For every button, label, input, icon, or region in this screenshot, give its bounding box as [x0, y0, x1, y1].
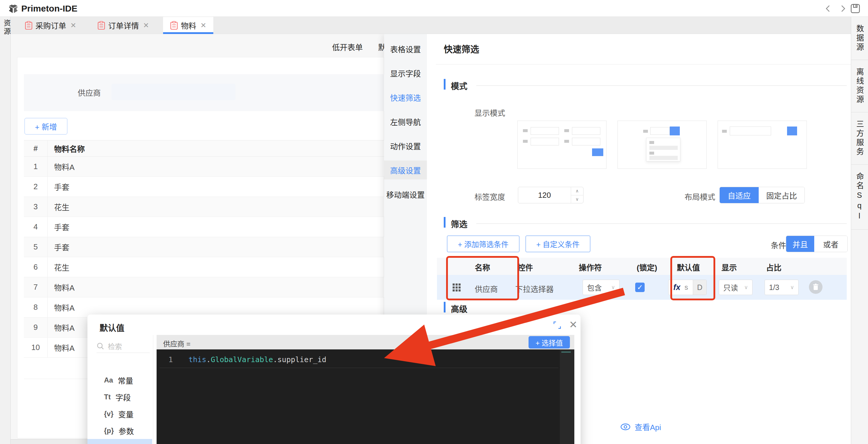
search-placeholder: 检索	[108, 341, 122, 351]
code-token: GlobalVariable	[211, 355, 273, 364]
dialog-sidebar: 检索 Aa常量Tt字段{v}变量{p}参数fx表达式	[88, 335, 153, 444]
settings-menu-item-动作设置[interactable]: 动作设置	[384, 136, 427, 155]
label-width-input[interactable]: 120 ∧ ∨	[518, 187, 584, 203]
side-item-prefix: Tt	[104, 393, 111, 401]
table-row: 1物料A	[24, 157, 384, 177]
s-mode-option[interactable]: s	[685, 283, 688, 292]
filter-header-(锁定): (锁定)	[637, 262, 657, 272]
row-material-name: 物料A	[48, 282, 74, 293]
label-width-value[interactable]: 120	[518, 187, 571, 203]
fullscreen-icon[interactable]	[553, 321, 561, 329]
rail-item-label: 命名Sql	[854, 172, 865, 222]
section-line	[476, 85, 847, 86]
section-bar	[444, 217, 445, 228]
default-value-mode-control[interactable]: fx s D	[668, 279, 707, 295]
toolbar-form-type-label[interactable]: 低开表单	[332, 41, 363, 52]
side-item-label: 表达式	[115, 442, 138, 444]
tab-close-icon[interactable]: ✕	[70, 21, 76, 30]
fx-mode-option[interactable]: fx	[673, 283, 680, 292]
add-filter-condition-button[interactable]: + 添加筛选条件	[447, 236, 519, 252]
select-value-button[interactable]: + 选择值	[529, 336, 570, 349]
toggle-option-或者[interactable]: 或者	[814, 236, 847, 252]
save-icon[interactable]	[850, 4, 860, 13]
table-row: 5手套	[24, 237, 384, 257]
code-line[interactable]: this.GlobalVariable.supplier_id	[188, 355, 327, 364]
tab-close-icon[interactable]: ✕	[143, 21, 149, 30]
section-bar	[444, 302, 445, 313]
row-index: 7	[24, 277, 48, 297]
filter-header-控件: 控件	[518, 262, 533, 272]
label-width-stepper[interactable]: ∧ ∨	[571, 187, 583, 203]
dialog-side-item-表达式[interactable]: fx表达式	[88, 439, 152, 444]
right-rail-item-数据源[interactable]: 数据源	[851, 17, 868, 60]
custom-condition-button[interactable]: + 自定义条件	[526, 236, 590, 252]
tab-close-icon[interactable]: ✕	[200, 21, 206, 30]
row-material-name: 物料A	[48, 322, 74, 333]
side-item-label: 字段	[116, 392, 131, 403]
filter-header-占比: 占比	[766, 262, 781, 272]
side-item-label: 变量	[118, 409, 133, 419]
tab-物料[interactable]: 物料✕	[163, 17, 213, 34]
rail-item-label: 三方服务	[854, 120, 865, 157]
left-rail: 资源	[0, 17, 11, 444]
expression-header: 供应商 = + 选择值	[157, 335, 574, 349]
stepper-down-icon[interactable]: ∨	[571, 196, 583, 203]
toggle-option-并且[interactable]: 并且	[786, 236, 814, 252]
settings-menu-item-高级设置[interactable]: 高级设置	[384, 160, 427, 179]
table-row: 2手套	[24, 177, 384, 197]
nav-back-icon[interactable]	[824, 5, 832, 12]
search-input[interactable]: 检索	[97, 341, 122, 351]
document-icon	[170, 21, 178, 30]
right-rail-item-离线资源[interactable]: 离线资源	[851, 60, 868, 112]
editor-minimap[interactable]	[560, 349, 574, 444]
current-line-border	[159, 368, 558, 368]
material-table-header: # 物料名称	[24, 140, 384, 157]
row-index: 10	[24, 337, 48, 357]
settings-panel-title: 快速筛选	[444, 42, 479, 55]
right-rail-item-命名Sql[interactable]: 命名Sql	[851, 165, 868, 230]
settings-menu-item-移动端设置[interactable]: 移动端设置	[384, 185, 427, 204]
dialog-side-item-变量[interactable]: {v}变量	[88, 405, 152, 422]
row-material-name: 花生	[48, 262, 69, 272]
d-mode-option[interactable]: D	[693, 280, 706, 295]
divider	[97, 353, 150, 353]
display-select[interactable]: 只读∨	[719, 279, 752, 295]
table-row: 6花生	[24, 257, 384, 277]
view-api-link[interactable]: 查看Api	[620, 421, 661, 432]
toggle-option-固定占比[interactable]: 固定占比	[759, 187, 804, 203]
supplier-field-input[interactable]	[112, 84, 236, 100]
delete-row-icon[interactable]	[809, 280, 823, 294]
ratio-select[interactable]: 1/3∨	[765, 279, 799, 295]
dialog-side-item-参数[interactable]: {p}参数	[88, 422, 152, 439]
stepper-up-icon[interactable]: ∧	[571, 187, 583, 196]
tab-订单详情[interactable]: 订单详情✕	[90, 17, 156, 34]
dialog-title: 默认值	[99, 322, 124, 333]
operator-select[interactable]: 包含∨	[583, 279, 620, 295]
row-material-name: 物料A	[48, 161, 74, 172]
line-number: 1	[168, 355, 173, 364]
settings-menu-item-表格设置[interactable]: 表格设置	[384, 39, 427, 58]
drag-handle-icon[interactable]	[453, 284, 461, 292]
right-rail-item-三方服务[interactable]: 三方服务	[851, 112, 868, 165]
dialog-side-item-字段[interactable]: Tt字段	[88, 388, 152, 406]
settings-menu-item-左侧导航[interactable]: 左侧导航	[384, 112, 427, 131]
header-material-name: 物料名称	[48, 143, 85, 154]
tab-label: 物料	[181, 20, 196, 31]
locked-checkbox[interactable]: ✓	[635, 283, 645, 292]
close-icon[interactable]: ✕	[569, 319, 578, 330]
tab-bar: 采购订单✕订单详情✕物料✕	[11, 17, 851, 34]
dialog-side-item-常量[interactable]: Aa常量	[88, 372, 152, 389]
side-item-prefix: Aa	[104, 376, 113, 384]
settings-menu-item-快速筛选[interactable]: 快速筛选	[384, 88, 427, 107]
ratio-value: 1/3	[769, 283, 779, 292]
toggle-option-自适应[interactable]: 自适应	[720, 187, 759, 203]
title-bar: Primeton-IDE	[0, 0, 868, 17]
settings-menu-item-显示字段[interactable]: 显示字段	[384, 64, 427, 83]
nav-forward-icon[interactable]	[839, 5, 847, 12]
add-row-button[interactable]: + 新增	[25, 118, 67, 135]
add-row-button-label: + 新增	[35, 121, 57, 132]
tab-采购订单[interactable]: 采购订单✕	[18, 17, 83, 34]
code-token: this	[188, 355, 206, 364]
code-editor[interactable]: 1 this.GlobalVariable.supplier_id	[157, 349, 574, 444]
left-rail-resources-tab[interactable]: 资源	[1, 19, 12, 36]
